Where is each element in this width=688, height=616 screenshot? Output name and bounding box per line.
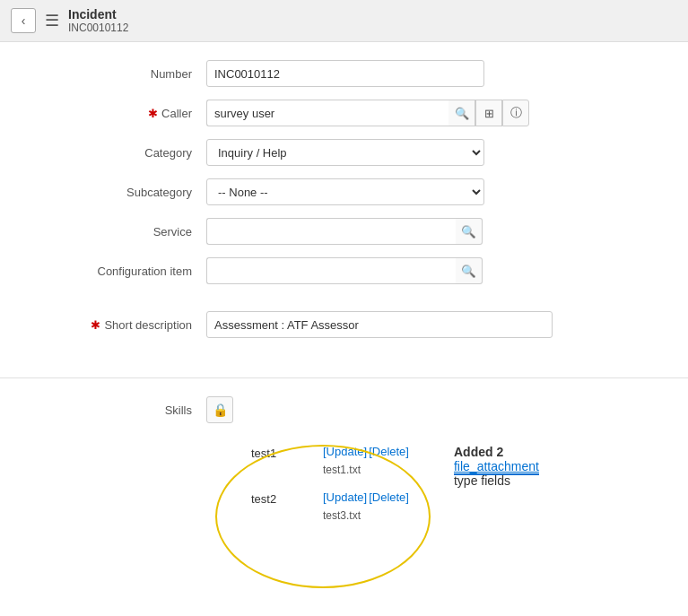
skills-area: Skills 🔒 test1 [Update] [Delete] test1.t…	[0, 396, 688, 581]
skill-file-2: test3.txt	[323, 509, 409, 522]
config-row: Configuration item 🔍	[27, 257, 661, 284]
skill-file-1: test1.txt	[323, 464, 409, 476]
skill-actions-1: [Update] [Delete] test1.txt	[323, 445, 409, 476]
caller-info-button[interactable]: ⓘ	[502, 100, 529, 126]
caller-input[interactable]	[206, 100, 449, 126]
caller-row: ✱Caller 🔍 ⊞ ⓘ	[27, 100, 661, 126]
incident-number: INC0010112	[68, 22, 128, 34]
caller-required-star: ✱	[148, 107, 158, 120]
skill-name-2: test2	[251, 490, 323, 506]
back-button[interactable]: ‹	[11, 8, 36, 33]
subcategory-row: Subcategory -- None -- Email Office Suit…	[27, 178, 661, 205]
service-input[interactable]	[206, 218, 456, 245]
skills-content: test1 [Update] [Delete] test1.txt test2 …	[27, 436, 661, 554]
note-link-row: file_attachment	[454, 459, 539, 473]
section-divider	[0, 377, 688, 378]
header: ‹ ☰ Incident INC0010112	[0, 0, 688, 42]
info-icon: ⓘ	[510, 105, 522, 121]
config-label: Configuration item	[27, 265, 206, 278]
caller-input-wrap: 🔍 ⊞ ⓘ	[206, 100, 529, 126]
short-desc-label: ✱Short description	[27, 318, 206, 332]
config-input-wrap: 🔍	[206, 257, 483, 284]
service-row: Service 🔍	[27, 218, 661, 245]
config-search-button[interactable]: 🔍	[456, 257, 483, 284]
config-input[interactable]	[206, 257, 456, 284]
category-select[interactable]: Inquiry / Help -- None -- Software Hardw…	[206, 139, 484, 166]
skill-actions-2: [Update] [Delete] test3.txt	[323, 490, 409, 522]
person-icon: ⊞	[484, 107, 494, 120]
note-type-text: type fields	[454, 473, 510, 488]
service-search-icon: 🔍	[461, 225, 476, 239]
skill-delete-2[interactable]: [Delete]	[369, 490, 409, 504]
incident-title: Incident	[68, 7, 128, 22]
lock-icon: 🔒	[213, 403, 228, 417]
short-desc-row: ✱Short description	[27, 311, 661, 338]
category-row: Category Inquiry / Help -- None -- Softw…	[27, 139, 661, 166]
subcategory-label: Subcategory	[27, 186, 206, 199]
header-title: Incident INC0010112	[68, 7, 128, 34]
skill-actions-row-2: [Update] [Delete]	[323, 490, 409, 504]
form-area: Number ✱Caller 🔍 ⊞ ⓘ Category Inquiry / …	[0, 42, 688, 369]
subcategory-select[interactable]: -- None -- Email Office Suite OS / Platf…	[206, 178, 484, 205]
skill-item-1: test1 [Update] [Delete] test1.txt	[251, 445, 409, 476]
note-line2: type fields	[454, 473, 539, 488]
skill-actions-row-1: [Update] [Delete]	[323, 445, 409, 458]
skills-lock-button[interactable]: 🔒	[206, 396, 233, 423]
service-search-button[interactable]: 🔍	[456, 218, 483, 245]
skill-update-2[interactable]: [Update]	[323, 490, 367, 504]
note-line1: Added 2	[454, 445, 539, 459]
skills-label: Skills	[27, 403, 206, 417]
number-input[interactable]	[206, 60, 484, 87]
skill-update-1[interactable]: [Update]	[323, 445, 367, 458]
number-row: Number	[27, 60, 661, 87]
search-icon: 🔍	[455, 107, 469, 120]
service-label: Service	[27, 225, 206, 239]
skills-row: Skills 🔒	[27, 396, 661, 423]
menu-icon[interactable]: ☰	[45, 11, 59, 30]
caller-label: ✱Caller	[27, 107, 206, 120]
number-label: Number	[27, 67, 206, 81]
service-input-wrap: 🔍	[206, 218, 483, 245]
note-area: Added 2 file_attachment type fields	[454, 445, 539, 488]
short-desc-required-star: ✱	[91, 318, 100, 332]
caller-person-button[interactable]: ⊞	[475, 100, 502, 126]
short-desc-input[interactable]	[206, 311, 553, 338]
config-search-icon: 🔍	[461, 265, 476, 278]
note-title-text: Added 2	[454, 445, 503, 459]
skill-name-1: test1	[251, 445, 323, 460]
skills-list-area: test1 [Update] [Delete] test1.txt test2 …	[233, 436, 427, 554]
caller-search-button[interactable]: 🔍	[449, 100, 475, 126]
back-icon: ‹	[22, 13, 26, 28]
skill-item-2: test2 [Update] [Delete] test3.txt	[251, 490, 409, 522]
category-label: Category	[27, 146, 206, 160]
skill-delete-1[interactable]: [Delete]	[369, 445, 409, 458]
